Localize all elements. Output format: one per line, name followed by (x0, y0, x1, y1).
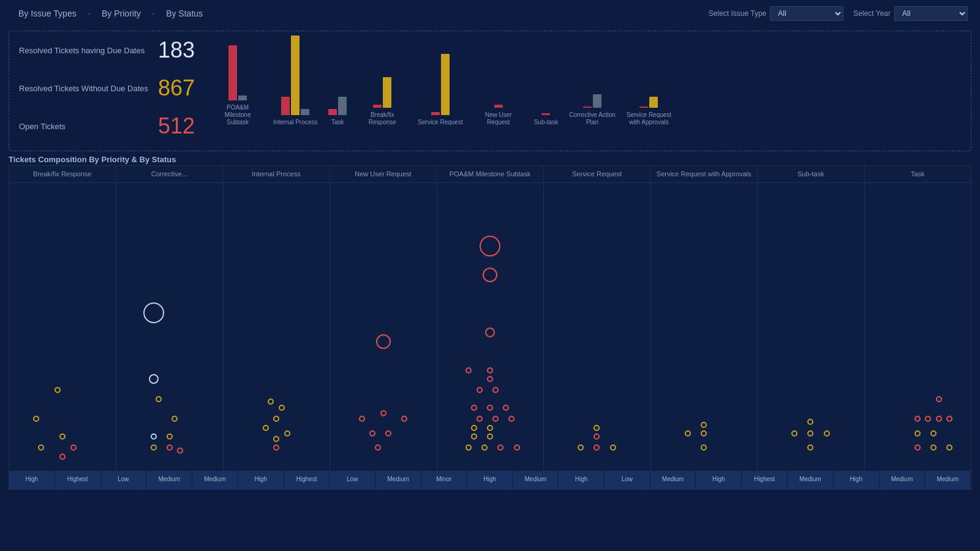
scatter-chart: Break/fix ResponseCorrective...Internal … (9, 165, 971, 490)
priority-cell: Medium (146, 471, 192, 489)
scatter-bubble (466, 444, 472, 451)
scatter-bubble (483, 268, 497, 282)
scatter-bubble (594, 433, 600, 440)
scatter-bubble (33, 416, 39, 422)
yellow-bar (383, 77, 391, 108)
scatter-bubble (167, 433, 173, 440)
scatter-bubble (481, 444, 488, 451)
year-select[interactable]: All (894, 6, 968, 21)
scatter-bubble (268, 399, 274, 405)
scatter-bubble (375, 444, 381, 451)
open-tickets-value: 512 (158, 113, 195, 139)
scatter-bubble (369, 430, 375, 437)
scatter-bubble (471, 405, 477, 411)
priority-cell: Medium (880, 471, 925, 489)
bar-group: Service Request with Approvals (627, 97, 671, 126)
priority-cell: High (834, 471, 880, 489)
summary-box: Resolved Tickets having Due Dates 183 Re… (9, 31, 971, 151)
scatter-bubble (273, 436, 279, 442)
scatter-bubble (487, 405, 493, 411)
yellow-bar (441, 54, 450, 115)
red-bar (328, 109, 337, 115)
scatter-bubble (471, 433, 477, 440)
scatter-bubble (807, 444, 813, 451)
scatter-bubble (59, 433, 66, 440)
issue-type-label: Select Issue Type (709, 9, 767, 18)
scatter-bubble (914, 444, 921, 451)
bar-group: New User Request (474, 105, 523, 126)
priority-cell: High (696, 471, 742, 489)
scatter-bubble (807, 430, 813, 437)
priority-cell: High (9, 471, 55, 489)
scatter-bubble (701, 430, 707, 437)
tab-by-issue-types[interactable]: By Issue Types (12, 5, 83, 22)
priority-cell: Medium (650, 471, 696, 489)
scatter-bubble (143, 302, 164, 323)
resolved-with-due-value: 183 (158, 37, 195, 63)
bar-group: Internal Process (273, 36, 317, 126)
bar-label: New User Request (474, 111, 523, 126)
scatter-bubble (914, 416, 921, 422)
priority-cell: High (238, 471, 284, 489)
scatter-bubble (824, 430, 830, 437)
priority-row: HighHighestLowMediumMediumHighHighestLow… (9, 471, 971, 489)
bar-group: Break/fix Response (358, 77, 407, 126)
resolved-with-due-label: Resolved Tickets having Due Dates (19, 46, 148, 55)
scatter-bubble (497, 444, 503, 451)
priority-cell: Low (101, 471, 147, 489)
issue-type-select[interactable]: All (770, 6, 843, 21)
priority-cell: Minor (421, 471, 467, 489)
red-bar (431, 112, 440, 115)
col-divider (223, 183, 224, 471)
scatter-bubble (59, 454, 66, 460)
gray-bar (301, 109, 309, 115)
scatter-col-header: Service Request with Approvals (650, 166, 758, 182)
scatter-bubble (151, 433, 157, 440)
top-navigation: By Issue Types - By Priority - By Status… (0, 0, 980, 27)
scatter-col-header: New User Request (330, 166, 437, 182)
summary-bar-chart: POA&M Milestone SubtaskInternal ProcessT… (213, 37, 961, 144)
col-divider (650, 183, 651, 471)
scatter-bubble (485, 328, 495, 337)
priority-cell: Highest (284, 471, 330, 489)
scatter-bubble (177, 448, 183, 454)
scatter-bubble (930, 430, 937, 437)
tab-by-status[interactable]: By Status (160, 5, 209, 22)
tab-by-priority[interactable]: By Priority (96, 5, 147, 22)
scatter-bubble (466, 367, 472, 373)
resolved-without-due-label: Resolved Tickets Without Due Dates (19, 84, 148, 93)
red-bar (541, 113, 550, 115)
priority-cell: Medium (513, 471, 559, 489)
scatter-bubble (477, 416, 483, 422)
gray-bar (338, 97, 347, 115)
scatter-bubble (492, 387, 499, 393)
year-filter: Select Year All (853, 6, 968, 21)
scatter-bubble (701, 444, 707, 451)
scatter-bubble (791, 430, 797, 437)
separator-2: - (152, 8, 155, 19)
scatter-bubble (471, 425, 477, 431)
scatter-bubble (936, 416, 942, 422)
scatter-bubble (578, 444, 584, 451)
scatter-bubble (807, 419, 813, 425)
scatter-bubble (914, 430, 921, 437)
scatter-bubble (946, 416, 952, 422)
bar-label: Sub-task (534, 119, 558, 126)
yellow-bar (649, 97, 658, 108)
scatter-bubble (273, 444, 279, 451)
yellow-bar (291, 36, 300, 115)
scatter-bubble (487, 367, 493, 373)
scatter-bubble (263, 425, 269, 431)
col-divider (543, 183, 544, 471)
scatter-col-header: Task (865, 166, 971, 182)
priority-cell: Low (605, 471, 650, 489)
scatter-bubble (151, 444, 157, 451)
priority-cell: Highest (55, 471, 101, 489)
scatter-col-header: POA&M Milestone Subtask (437, 166, 544, 182)
col-divider (330, 183, 330, 471)
scatter-bubble (401, 416, 407, 422)
scatter-bubble (172, 416, 178, 422)
bar-label: Break/fix Response (358, 111, 407, 126)
scatter-bubble (376, 334, 391, 349)
scatter-bubble (487, 376, 493, 382)
